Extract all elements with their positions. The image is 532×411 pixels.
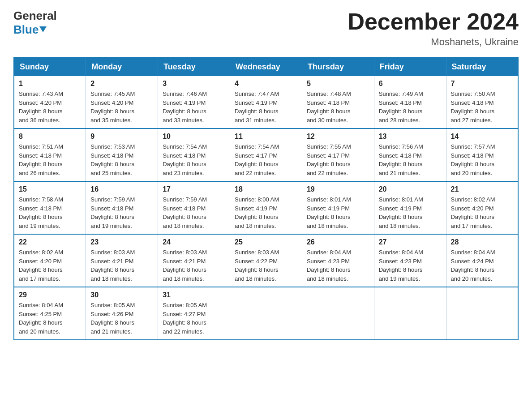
calendar-cell: 1Sunrise: 7:43 AMSunset: 4:20 PMDaylight… [14,76,86,128]
day-info: Sunrise: 7:58 AMSunset: 4:18 PMDaylight:… [19,195,81,230]
day-info: Sunrise: 7:59 AMSunset: 4:18 PMDaylight:… [163,195,225,230]
day-number: 2 [90,80,153,88]
calendar-cell: 30Sunrise: 8:05 AMSunset: 4:26 PMDayligh… [86,287,158,340]
day-number: 30 [90,291,153,299]
month-title: December 2024 [348,9,519,34]
col-header-sunday: Sunday [14,57,86,76]
col-header-wednesday: Wednesday [230,57,302,76]
calendar-cell: 22Sunrise: 8:02 AMSunset: 4:20 PMDayligh… [14,234,86,287]
day-number: 14 [451,133,513,141]
day-number: 11 [235,133,297,141]
day-number: 1 [19,80,81,88]
day-info: Sunrise: 7:50 AMSunset: 4:18 PMDaylight:… [451,90,513,124]
calendar-cell: 25Sunrise: 8:03 AMSunset: 4:22 PMDayligh… [230,234,302,287]
day-number: 23 [90,238,153,246]
calendar-cell: 20Sunrise: 8:01 AMSunset: 4:19 PMDayligh… [374,181,446,234]
day-info: Sunrise: 8:04 AMSunset: 4:25 PMDaylight:… [19,301,81,336]
location: Moshanets, Ukraine [348,36,519,48]
day-number: 19 [307,185,369,193]
day-info: Sunrise: 7:54 AMSunset: 4:17 PMDaylight:… [235,142,297,177]
day-info: Sunrise: 8:00 AMSunset: 4:19 PMDaylight:… [235,195,297,230]
calendar-cell: 21Sunrise: 8:02 AMSunset: 4:20 PMDayligh… [446,181,518,234]
calendar-cell: 11Sunrise: 7:54 AMSunset: 4:17 PMDayligh… [230,128,302,181]
calendar-cell: 29Sunrise: 8:04 AMSunset: 4:25 PMDayligh… [14,287,86,340]
day-number: 6 [379,80,442,88]
day-info: Sunrise: 7:56 AMSunset: 4:18 PMDaylight:… [379,142,442,177]
day-info: Sunrise: 7:51 AMSunset: 4:18 PMDaylight:… [19,142,81,177]
day-info: Sunrise: 8:04 AMSunset: 4:24 PMDaylight:… [451,248,513,283]
day-info: Sunrise: 7:46 AMSunset: 4:19 PMDaylight:… [163,90,225,124]
calendar-cell: 4Sunrise: 7:47 AMSunset: 4:19 PMDaylight… [230,76,302,128]
day-info: Sunrise: 7:55 AMSunset: 4:17 PMDaylight:… [307,142,369,177]
calendar-cell: 23Sunrise: 8:03 AMSunset: 4:21 PMDayligh… [86,234,158,287]
day-number: 20 [379,185,442,193]
calendar-cell: 8Sunrise: 7:51 AMSunset: 4:18 PMDaylight… [14,128,86,181]
day-number: 29 [19,291,81,299]
day-info: Sunrise: 8:01 AMSunset: 4:19 PMDaylight:… [307,195,369,230]
day-info: Sunrise: 8:04 AMSunset: 4:23 PMDaylight:… [379,248,442,283]
calendar-cell: 7Sunrise: 7:50 AMSunset: 4:18 PMDaylight… [446,76,518,128]
week-row-4: 22Sunrise: 8:02 AMSunset: 4:20 PMDayligh… [14,234,518,287]
calendar-cell [374,287,446,340]
day-number: 26 [307,238,369,246]
day-number: 8 [19,133,81,141]
day-info: Sunrise: 8:02 AMSunset: 4:20 PMDaylight:… [19,248,81,283]
day-number: 21 [451,185,513,193]
calendar-cell: 10Sunrise: 7:54 AMSunset: 4:18 PMDayligh… [158,128,230,181]
calendar-cell: 26Sunrise: 8:04 AMSunset: 4:23 PMDayligh… [302,234,374,287]
logo-blue: Blue [13,23,57,37]
day-info: Sunrise: 8:03 AMSunset: 4:21 PMDaylight:… [90,248,153,283]
day-info: Sunrise: 8:02 AMSunset: 4:20 PMDaylight:… [451,195,513,230]
day-number: 27 [379,238,442,246]
day-info: Sunrise: 7:48 AMSunset: 4:18 PMDaylight:… [307,90,369,124]
day-info: Sunrise: 7:49 AMSunset: 4:18 PMDaylight:… [379,90,442,124]
day-number: 31 [163,291,225,299]
day-number: 25 [235,238,297,246]
calendar-cell: 15Sunrise: 7:58 AMSunset: 4:18 PMDayligh… [14,181,86,234]
calendar-cell: 18Sunrise: 8:00 AMSunset: 4:19 PMDayligh… [230,181,302,234]
calendar-cell [230,287,302,340]
col-header-friday: Friday [374,57,446,76]
logo-general: General [13,9,57,23]
day-number: 10 [163,133,225,141]
week-row-5: 29Sunrise: 8:04 AMSunset: 4:25 PMDayligh… [14,287,518,340]
calendar-header-row: SundayMondayTuesdayWednesdayThursdayFrid… [14,57,518,76]
calendar-cell: 6Sunrise: 7:49 AMSunset: 4:18 PMDaylight… [374,76,446,128]
col-header-saturday: Saturday [446,57,518,76]
week-row-2: 8Sunrise: 7:51 AMSunset: 4:18 PMDaylight… [14,128,518,181]
calendar-cell: 24Sunrise: 8:03 AMSunset: 4:21 PMDayligh… [158,234,230,287]
day-number: 5 [307,80,369,88]
day-info: Sunrise: 7:45 AMSunset: 4:20 PMDaylight:… [90,90,153,124]
calendar-cell: 27Sunrise: 8:04 AMSunset: 4:23 PMDayligh… [374,234,446,287]
col-header-thursday: Thursday [302,57,374,76]
week-row-3: 15Sunrise: 7:58 AMSunset: 4:18 PMDayligh… [14,181,518,234]
calendar-cell: 17Sunrise: 7:59 AMSunset: 4:18 PMDayligh… [158,181,230,234]
day-info: Sunrise: 8:04 AMSunset: 4:23 PMDaylight:… [307,248,369,283]
calendar-cell: 2Sunrise: 7:45 AMSunset: 4:20 PMDaylight… [86,76,158,128]
day-number: 9 [90,133,153,141]
day-info: Sunrise: 8:03 AMSunset: 4:22 PMDaylight:… [235,248,297,283]
day-number: 28 [451,238,513,246]
day-number: 15 [19,185,81,193]
calendar-cell: 5Sunrise: 7:48 AMSunset: 4:18 PMDaylight… [302,76,374,128]
day-number: 4 [235,80,297,88]
day-info: Sunrise: 8:05 AMSunset: 4:26 PMDaylight:… [90,301,153,336]
logo-triangle-icon [39,26,47,32]
day-info: Sunrise: 7:57 AMSunset: 4:18 PMDaylight:… [451,142,513,177]
calendar-cell: 16Sunrise: 7:59 AMSunset: 4:18 PMDayligh… [86,181,158,234]
day-info: Sunrise: 7:53 AMSunset: 4:18 PMDaylight:… [90,142,153,177]
calendar-cell: 3Sunrise: 7:46 AMSunset: 4:19 PMDaylight… [158,76,230,128]
day-number: 7 [451,80,513,88]
day-info: Sunrise: 7:43 AMSunset: 4:20 PMDaylight:… [19,90,81,124]
calendar-cell: 14Sunrise: 7:57 AMSunset: 4:18 PMDayligh… [446,128,518,181]
col-header-tuesday: Tuesday [158,57,230,76]
page-header: General Blue December 2024 Moshanets, Uk… [13,9,519,48]
day-info: Sunrise: 7:47 AMSunset: 4:19 PMDaylight:… [235,90,297,124]
week-row-1: 1Sunrise: 7:43 AMSunset: 4:20 PMDaylight… [14,76,518,128]
day-number: 18 [235,185,297,193]
day-number: 24 [163,238,225,246]
calendar-cell: 28Sunrise: 8:04 AMSunset: 4:24 PMDayligh… [446,234,518,287]
day-info: Sunrise: 8:05 AMSunset: 4:27 PMDaylight:… [163,301,225,336]
calendar-cell: 31Sunrise: 8:05 AMSunset: 4:27 PMDayligh… [158,287,230,340]
calendar-cell: 9Sunrise: 7:53 AMSunset: 4:18 PMDaylight… [86,128,158,181]
